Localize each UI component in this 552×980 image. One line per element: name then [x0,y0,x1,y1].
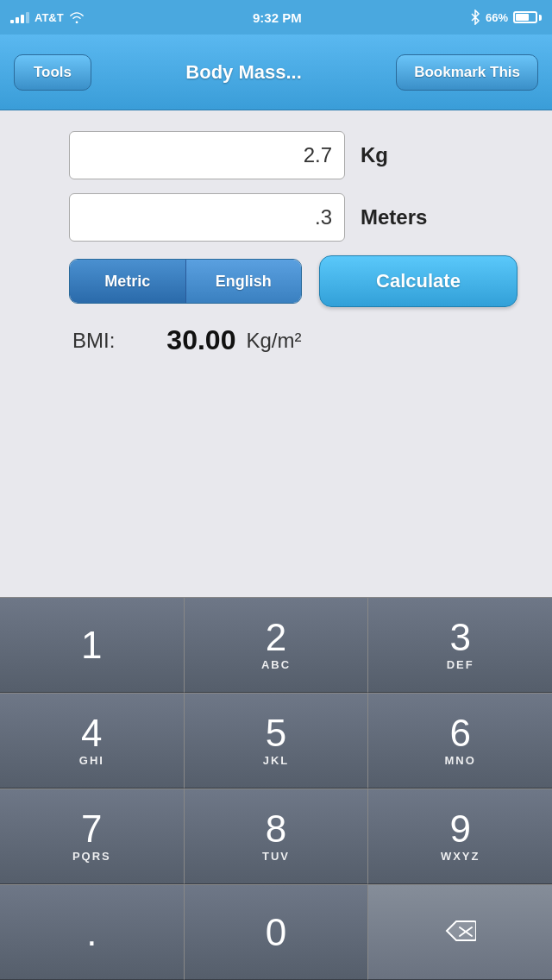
status-bar: AT&T 9:32 PM 66% [0,0,552,35]
key-2[interactable]: 2 ABC [185,598,369,693]
keyboard-row-3: 7 PQRS 8 TUV 9 WXYZ [0,788,552,884]
weight-unit-label: Kg [361,143,388,167]
status-time: 9:32 PM [253,10,302,25]
height-row: Meters [69,193,518,242]
tools-button[interactable]: Tools [14,54,91,91]
key-3[interactable]: 3 DEF [368,598,552,693]
delete-icon [445,920,476,942]
height-unit-label: Meters [361,205,427,229]
battery-icon [513,11,542,23]
battery-percent: 66% [486,11,508,24]
numeric-keyboard: 1 2 ABC 3 DEF 4 GHI 5 JKL 6 MNO 7 PQRS 8 [0,597,552,980]
keyboard-row-1: 1 2 ABC 3 DEF [0,597,552,693]
height-input[interactable] [69,193,345,242]
bmi-value: 30.00 [166,324,235,356]
wifi-icon [69,11,85,23]
bluetooth-icon [470,9,480,25]
unit-toggle[interactable]: Metric English [69,259,302,304]
result-row: BMI: 30.00 Kg/m² [69,324,518,356]
signal-icon [10,12,29,23]
key-4[interactable]: 4 GHI [0,694,185,788]
key-6[interactable]: 6 MNO [368,694,552,788]
metric-button[interactable]: Metric [70,260,185,303]
key-5[interactable]: 5 JKL [185,694,369,788]
key-1[interactable]: 1 [0,598,185,693]
english-button[interactable]: English [185,260,302,303]
weight-input[interactable] [69,131,345,179]
nav-bar: Tools Body Mass... Bookmark This [0,35,552,110]
bmi-unit: Kg/m² [246,329,301,353]
keyboard-row-2: 4 GHI 5 JKL 6 MNO [0,693,552,788]
weight-row: Kg [69,131,518,179]
key-dot[interactable]: . [0,885,185,980]
key-8[interactable]: 8 TUV [185,789,369,884]
key-delete[interactable] [368,885,552,980]
carrier-label: AT&T [34,11,64,24]
calculate-button[interactable]: Calculate [319,255,518,307]
page-title: Body Mass... [91,61,396,84]
key-9[interactable]: 9 WXYZ [368,789,552,884]
keyboard-row-4: . 0 [0,884,552,980]
key-7[interactable]: 7 PQRS [0,789,185,884]
content-area: Kg Meters Metric English Calculate BMI: … [0,110,552,370]
bmi-label: BMI: [72,329,115,353]
status-left: AT&T [10,11,85,24]
status-right: 66% [470,9,542,25]
control-row: Metric English Calculate [69,255,518,307]
key-0[interactable]: 0 [185,885,369,980]
bookmark-button[interactable]: Bookmark This [396,54,538,91]
